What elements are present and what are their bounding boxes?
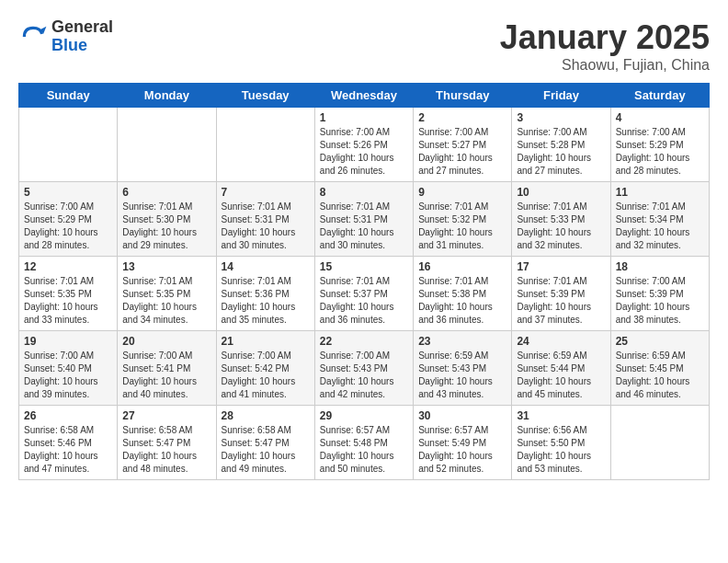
day-number: 23 — [418, 335, 506, 348]
title-block: January 2025 Shaowu, Fujian, China — [500, 18, 710, 74]
calendar-cell: 2Sunrise: 7:00 AMSunset: 5:27 PMDaylight… — [414, 108, 512, 182]
day-number: 24 — [517, 335, 605, 348]
week-row-4: 19Sunrise: 7:00 AMSunset: 5:40 PMDayligh… — [19, 331, 710, 406]
day-number: 27 — [122, 409, 210, 422]
header-wednesday: Wednesday — [314, 84, 413, 108]
day-number: 28 — [222, 409, 310, 422]
day-info: Sunrise: 6:59 AMSunset: 5:43 PMDaylight:… — [418, 350, 506, 401]
calendar-cell — [610, 406, 709, 480]
day-number: 12 — [24, 260, 112, 273]
calendar-cell: 25Sunrise: 6:59 AMSunset: 5:45 PMDayligh… — [610, 331, 709, 406]
day-number: 19 — [24, 335, 112, 348]
logo-icon — [18, 22, 48, 52]
logo-text: General Blue — [51, 18, 113, 55]
day-info: Sunrise: 7:00 AMSunset: 5:39 PMDaylight:… — [616, 275, 704, 327]
day-info: Sunrise: 7:01 AMSunset: 5:30 PMDaylight:… — [122, 201, 210, 252]
day-number: 18 — [616, 260, 704, 273]
day-number: 25 — [616, 335, 704, 348]
day-info: Sunrise: 6:59 AMSunset: 5:44 PMDaylight:… — [517, 350, 605, 401]
page-header: General Blue January 2025 Shaowu, Fujian… — [18, 18, 710, 74]
day-info: Sunrise: 7:00 AMSunset: 5:42 PMDaylight:… — [222, 350, 310, 401]
day-info: Sunrise: 6:56 AMSunset: 5:50 PMDaylight:… — [517, 424, 605, 476]
calendar-cell: 11Sunrise: 7:01 AMSunset: 5:34 PMDayligh… — [610, 182, 709, 257]
day-info: Sunrise: 7:00 AMSunset: 5:27 PMDaylight:… — [418, 126, 506, 178]
day-info: Sunrise: 7:01 AMSunset: 5:34 PMDaylight:… — [616, 201, 704, 252]
day-info: Sunrise: 6:57 AMSunset: 5:49 PMDaylight:… — [418, 424, 506, 476]
logo-blue: Blue — [51, 37, 113, 55]
calendar-cell — [216, 108, 314, 182]
day-info: Sunrise: 6:59 AMSunset: 5:45 PMDaylight:… — [616, 350, 704, 401]
header-saturday: Saturday — [610, 84, 709, 108]
day-info: Sunrise: 7:01 AMSunset: 5:31 PMDaylight:… — [320, 201, 408, 252]
calendar-cell: 10Sunrise: 7:01 AMSunset: 5:33 PMDayligh… — [512, 182, 610, 257]
calendar-cell: 6Sunrise: 7:01 AMSunset: 5:30 PMDaylight… — [118, 182, 216, 257]
day-info: Sunrise: 7:00 AMSunset: 5:28 PMDaylight:… — [517, 126, 605, 178]
day-info: Sunrise: 7:01 AMSunset: 5:33 PMDaylight:… — [517, 201, 605, 252]
calendar-subtitle: Shaowu, Fujian, China — [500, 57, 710, 74]
day-number: 7 — [222, 186, 310, 199]
calendar-cell: 20Sunrise: 7:00 AMSunset: 5:41 PMDayligh… — [118, 331, 216, 406]
day-number: 17 — [517, 260, 605, 273]
calendar-cell: 26Sunrise: 6:58 AMSunset: 5:46 PMDayligh… — [19, 406, 118, 480]
calendar-cell: 9Sunrise: 7:01 AMSunset: 5:32 PMDaylight… — [414, 182, 512, 257]
day-number: 11 — [616, 186, 704, 199]
calendar-cell: 13Sunrise: 7:01 AMSunset: 5:35 PMDayligh… — [118, 257, 216, 331]
day-number: 1 — [320, 111, 408, 124]
day-info: Sunrise: 6:58 AMSunset: 5:47 PMDaylight:… — [222, 424, 310, 476]
calendar-cell — [118, 108, 216, 182]
day-info: Sunrise: 7:01 AMSunset: 5:35 PMDaylight:… — [24, 275, 112, 327]
calendar-cell: 22Sunrise: 7:00 AMSunset: 5:43 PMDayligh… — [314, 331, 413, 406]
day-number: 14 — [222, 260, 310, 273]
day-info: Sunrise: 7:01 AMSunset: 5:37 PMDaylight:… — [320, 275, 408, 327]
calendar-cell: 21Sunrise: 7:00 AMSunset: 5:42 PMDayligh… — [216, 331, 314, 406]
day-info: Sunrise: 7:00 AMSunset: 5:29 PMDaylight:… — [24, 201, 112, 252]
day-info: Sunrise: 7:00 AMSunset: 5:29 PMDaylight:… — [616, 126, 704, 178]
calendar-cell: 15Sunrise: 7:01 AMSunset: 5:37 PMDayligh… — [314, 257, 413, 331]
calendar-cell: 31Sunrise: 6:56 AMSunset: 5:50 PMDayligh… — [512, 406, 610, 480]
calendar-header-row: SundayMondayTuesdayWednesdayThursdayFrid… — [19, 84, 710, 108]
logo: General Blue — [18, 18, 113, 55]
day-info: Sunrise: 7:00 AMSunset: 5:41 PMDaylight:… — [122, 350, 210, 401]
logo-general: General — [51, 18, 113, 37]
day-number: 31 — [517, 409, 605, 422]
day-info: Sunrise: 7:01 AMSunset: 5:32 PMDaylight:… — [418, 201, 506, 252]
calendar-cell: 30Sunrise: 6:57 AMSunset: 5:49 PMDayligh… — [414, 406, 512, 480]
calendar-cell: 1Sunrise: 7:00 AMSunset: 5:26 PMDaylight… — [314, 108, 413, 182]
calendar-cell: 18Sunrise: 7:00 AMSunset: 5:39 PMDayligh… — [610, 257, 709, 331]
calendar-cell: 27Sunrise: 6:58 AMSunset: 5:47 PMDayligh… — [118, 406, 216, 480]
week-row-1: 1Sunrise: 7:00 AMSunset: 5:26 PMDaylight… — [19, 108, 710, 182]
day-info: Sunrise: 7:00 AMSunset: 5:26 PMDaylight:… — [320, 126, 408, 178]
day-number: 2 — [418, 111, 506, 124]
day-number: 5 — [24, 186, 112, 199]
day-number: 10 — [517, 186, 605, 199]
calendar-cell: 3Sunrise: 7:00 AMSunset: 5:28 PMDaylight… — [512, 108, 610, 182]
day-info: Sunrise: 7:01 AMSunset: 5:38 PMDaylight:… — [418, 275, 506, 327]
calendar-cell: 29Sunrise: 6:57 AMSunset: 5:48 PMDayligh… — [314, 406, 413, 480]
day-number: 30 — [418, 409, 506, 422]
day-number: 9 — [418, 186, 506, 199]
day-number: 29 — [320, 409, 408, 422]
calendar-cell: 23Sunrise: 6:59 AMSunset: 5:43 PMDayligh… — [414, 331, 512, 406]
day-info: Sunrise: 7:01 AMSunset: 5:36 PMDaylight:… — [222, 275, 310, 327]
day-info: Sunrise: 7:01 AMSunset: 5:39 PMDaylight:… — [517, 275, 605, 327]
calendar-cell: 14Sunrise: 7:01 AMSunset: 5:36 PMDayligh… — [216, 257, 314, 331]
day-info: Sunrise: 7:01 AMSunset: 5:31 PMDaylight:… — [222, 201, 310, 252]
calendar-cell: 7Sunrise: 7:01 AMSunset: 5:31 PMDaylight… — [216, 182, 314, 257]
day-number: 13 — [122, 260, 210, 273]
day-info: Sunrise: 6:58 AMSunset: 5:47 PMDaylight:… — [122, 424, 210, 476]
header-thursday: Thursday — [414, 84, 512, 108]
calendar-cell: 19Sunrise: 7:00 AMSunset: 5:40 PMDayligh… — [19, 331, 118, 406]
header-monday: Monday — [118, 84, 216, 108]
calendar-cell: 4Sunrise: 7:00 AMSunset: 5:29 PMDaylight… — [610, 108, 709, 182]
day-number: 8 — [320, 186, 408, 199]
week-row-5: 26Sunrise: 6:58 AMSunset: 5:46 PMDayligh… — [19, 406, 710, 480]
calendar-cell: 24Sunrise: 6:59 AMSunset: 5:44 PMDayligh… — [512, 331, 610, 406]
header-sunday: Sunday — [19, 84, 118, 108]
calendar-cell: 16Sunrise: 7:01 AMSunset: 5:38 PMDayligh… — [414, 257, 512, 331]
day-number: 22 — [320, 335, 408, 348]
day-info: Sunrise: 7:00 AMSunset: 5:43 PMDaylight:… — [320, 350, 408, 401]
calendar-cell: 12Sunrise: 7:01 AMSunset: 5:35 PMDayligh… — [19, 257, 118, 331]
day-number: 26 — [24, 409, 112, 422]
calendar-table: SundayMondayTuesdayWednesdayThursdayFrid… — [18, 83, 710, 480]
calendar-cell: 8Sunrise: 7:01 AMSunset: 5:31 PMDaylight… — [314, 182, 413, 257]
